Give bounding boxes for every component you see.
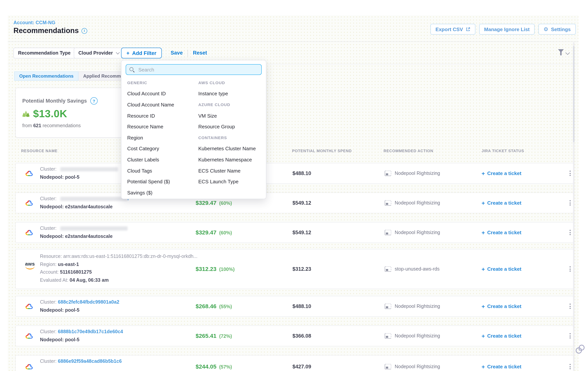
filter-option[interactable]: ECS Launch Type: [198, 179, 238, 184]
provider-icon-wrap: [24, 170, 34, 179]
filter-option[interactable]: Potential Spend ($): [127, 179, 170, 184]
cloud-provider-label: Cloud Provider: [78, 50, 113, 56]
create-ticket-button[interactable]: +Create a ticket: [482, 363, 521, 370]
info-icon[interactable]: i: [82, 28, 87, 34]
detail-value: us-east-1: [58, 262, 79, 267]
cluster-label: Cluster:: [40, 166, 58, 172]
plus-icon: +: [482, 332, 485, 339]
recommendation-type-filter[interactable]: Recommendation Type: [14, 48, 81, 58]
filter-option[interactable]: Savings ($): [127, 190, 152, 196]
filter-option[interactable]: Cluster Labels: [127, 157, 159, 162]
cloud-provider-filter[interactable]: Cloud Provider: [74, 48, 124, 58]
provider-icon-wrap: [24, 302, 34, 312]
filter-option[interactable]: Cloud Account ID: [127, 91, 166, 97]
tab-open-recommendations[interactable]: Open Recommendations: [14, 72, 78, 81]
spend-value: $488.10: [292, 304, 311, 309]
export-csv-button[interactable]: Export CSV: [430, 24, 475, 34]
spend-value: $312.23: [292, 266, 311, 272]
filter-option[interactable]: Cost Category: [127, 146, 159, 152]
plus-icon: +: [482, 303, 485, 310]
nodepool-label: Nodepool: pool-5: [40, 174, 80, 180]
savings-value: $268.46: [196, 303, 216, 309]
kebab-menu[interactable]: [568, 332, 572, 340]
add-filter-button[interactable]: + Add Filter: [121, 48, 162, 58]
search-input[interactable]: [138, 66, 258, 73]
manage-ignore-list-button[interactable]: Manage Ignore List: [479, 24, 534, 34]
provider-icon-wrap: [24, 229, 34, 238]
filter-icon[interactable]: [558, 49, 564, 55]
provider-icon-wrap: [24, 199, 34, 209]
filter-option[interactable]: VM Size: [198, 113, 217, 118]
create-ticket-button[interactable]: +Create a ticket: [482, 229, 521, 236]
filter-options-cloud-column: AWS CLOUDInstance typeAZURE CLOUDVM Size…: [198, 77, 264, 187]
support-icon[interactable]: [576, 345, 585, 354]
create-ticket-button[interactable]: +Create a ticket: [482, 200, 521, 206]
money-bag-icon: [22, 110, 30, 118]
filter-option[interactable]: Resource Group: [198, 124, 235, 130]
filter-option[interactable]: ECS Cluster Name: [198, 168, 240, 174]
recommendation-icon: [385, 364, 391, 369]
gcp-logo-icon: [24, 335, 34, 341]
recommended-action-cell: Nodepool Rightsizing: [385, 171, 440, 176]
chevron-down-icon[interactable]: [566, 50, 570, 55]
detail-value: 511616801275: [60, 270, 92, 275]
create-ticket-button[interactable]: +Create a ticket: [482, 332, 521, 339]
recommendation-action: Nodepool Rightsizing: [395, 304, 440, 309]
recommendation-icon: [385, 171, 391, 176]
recommendation-icon: [385, 266, 391, 272]
nodepool-label: Nodepool: e2standar4autoscale: [40, 234, 112, 239]
create-ticket-button[interactable]: +Create a ticket: [482, 170, 521, 176]
cluster-label: Cluster:: [40, 196, 58, 202]
gear-icon: ⚙: [544, 26, 548, 32]
kebab-menu[interactable]: [568, 169, 572, 178]
table-row: Cluster: Nodepool: e2standar4autoscale$3…: [15, 222, 574, 243]
filter-option[interactable]: Instance type: [198, 91, 228, 97]
savings-card: Potential Monthly Savings ? $13.0K from …: [15, 88, 123, 138]
help-icon[interactable]: ?: [90, 97, 98, 104]
detail-label: Account:: [40, 270, 60, 275]
filter-option[interactable]: Kubernetes Namespace: [198, 157, 252, 162]
filter-option[interactable]: Region: [127, 135, 143, 141]
filter-option[interactable]: Resource ID: [127, 113, 155, 118]
savings-cell: $265.41(72%): [196, 332, 232, 339]
cluster-link[interactable]: 6886e92f59a48cad86b5b1c6: [58, 358, 122, 364]
filter-divider: [8, 64, 578, 64]
filter-option[interactable]: Kubernetes Cluster Name: [198, 146, 256, 152]
page-title: Recommendations: [14, 26, 79, 35]
plus-icon: +: [482, 200, 485, 206]
save-button[interactable]: Save: [171, 50, 183, 56]
gcp-logo-icon: [24, 202, 34, 208]
header-actions: Export CSV Manage Ignore List ⚙ Settings: [430, 24, 576, 34]
filter-options-generic-column: GENERICCloud Account IDCloud Account Nam…: [127, 77, 196, 198]
provider-icon-wrap: aws: [24, 262, 36, 270]
filter-option[interactable]: Resource Name: [127, 124, 163, 130]
table-row: Cluster: iNodepool: e2standar4autoscale$…: [15, 192, 574, 213]
settings-button[interactable]: ⚙ Settings: [538, 24, 576, 34]
scrollbar-thumb[interactable]: [573, 46, 574, 142]
chevron-down-icon: [116, 50, 120, 54]
cluster-link[interactable]: 688c2fefc84fbdc99801a0a2: [58, 300, 119, 305]
kebab-menu[interactable]: [568, 302, 572, 310]
account-breadcrumb[interactable]: Account: CCM-NG: [14, 20, 55, 25]
kebab-menu[interactable]: [568, 228, 572, 237]
create-ticket-button[interactable]: +Create a ticket: [482, 303, 521, 310]
reset-button[interactable]: Reset: [193, 50, 207, 56]
filter-option[interactable]: Cloud Tags: [127, 168, 152, 174]
search-field[interactable]: [126, 64, 262, 75]
filter-option[interactable]: Cloud Account Name: [127, 102, 174, 108]
create-ticket-button[interactable]: +Create a ticket: [482, 266, 521, 272]
filter-section-heading: CONTAINERS: [198, 136, 227, 140]
column-header-recommended-action: RECOMMENDED ACTION: [384, 149, 433, 153]
cluster-link[interactable]: 6888b1c70e49db17c1de60c4: [58, 329, 123, 334]
savings-amount-row: $13.0K: [22, 108, 122, 120]
savings-value: $329.47: [196, 229, 216, 236]
savings-subtitle-from: from: [22, 123, 32, 128]
settings-label: Settings: [551, 26, 571, 32]
add-filter-label: Add Filter: [132, 50, 156, 56]
kebab-menu[interactable]: [568, 199, 572, 207]
detail-label: Resource:: [40, 254, 63, 259]
savings-percent: (100%): [219, 267, 234, 272]
savings-cell: $244.05(57%): [196, 363, 232, 370]
kebab-menu[interactable]: [568, 362, 572, 371]
kebab-menu[interactable]: [568, 265, 572, 273]
